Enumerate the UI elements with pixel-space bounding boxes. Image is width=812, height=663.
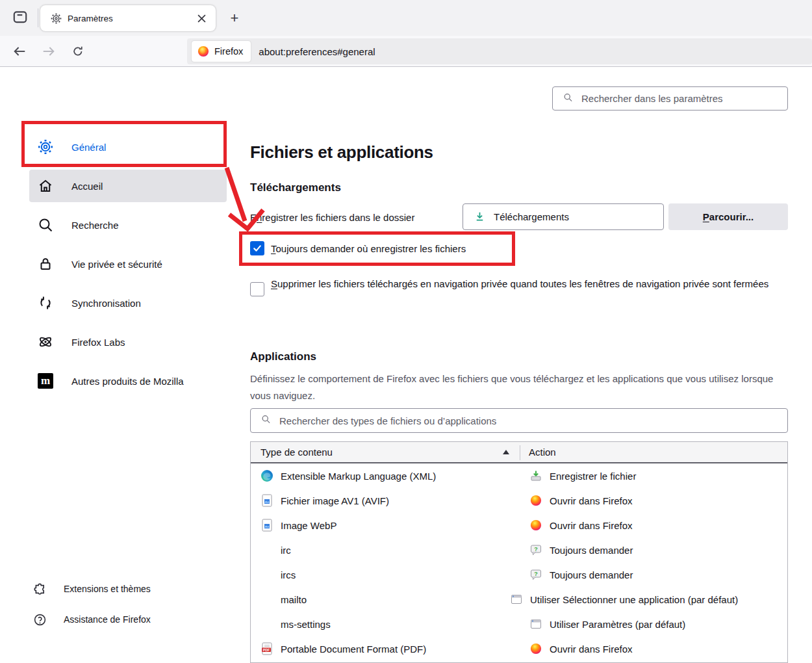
sidebar-item-assistance[interactable]: Assistance de Firefox [32, 608, 151, 630]
sidebar-item-label: Vie privée et sécurité [71, 259, 162, 270]
sidebar-item-label: Recherche [71, 220, 119, 231]
table-row[interactable]: PDF Portable Document Format (PDF) Ouvri… [251, 636, 787, 661]
action-label: Toujours demander [550, 569, 633, 580]
delete-private-checkbox[interactable] [250, 282, 264, 296]
sidebar-item-label: Autres produits de Mozilla [71, 376, 184, 387]
browse-button[interactable]: Parcourir... [668, 203, 788, 230]
content-type-label: mailto [281, 594, 307, 605]
action-label: Ouvrir dans Firefox [550, 495, 633, 506]
puzzle-icon [32, 582, 47, 596]
action-dropdown[interactable]: Ouvrir dans Firefox [530, 636, 633, 661]
atom-icon [38, 334, 53, 350]
image-file-icon [260, 494, 273, 507]
applications-description: Définissez le comportement de Firefox av… [250, 370, 793, 404]
help-icon [32, 612, 47, 627]
application-window-icon [530, 618, 542, 630]
sidebar-item-vie-privee[interactable]: Vie privée et sécurité [29, 248, 227, 280]
action-label: Ouvrir dans Firefox [550, 644, 633, 655]
save-files-label: Enregistrer les fichiers dans le dossier [250, 212, 414, 223]
firefox-logo-icon [197, 46, 209, 57]
action-label: Toujours demander [550, 545, 633, 556]
site-chip-label: Firefox [214, 46, 243, 57]
table-row[interactable]: Image WebP Ouvrir dans Firefox [251, 513, 787, 538]
search-icon [563, 92, 573, 105]
action-dropdown[interactable]: Ouvrir dans Firefox [530, 488, 633, 513]
applications-search-field [250, 408, 788, 433]
back-button[interactable] [9, 42, 30, 61]
sidebar-item-synchronisation[interactable]: Synchronisation [29, 287, 227, 319]
action-dropdown[interactable]: Utiliser Paramètres (par défaut) [530, 612, 685, 636]
sidebar-item-accueil[interactable]: Accueil [29, 170, 227, 202]
firefox-view-button[interactable] [8, 8, 32, 28]
search-icon [261, 415, 271, 427]
delete-private-label[interactable]: Supprimer les fichiers téléchargés en na… [271, 276, 791, 292]
always-ask-label[interactable]: Toujours demander où enregistrer les fic… [271, 243, 466, 254]
action-dropdown[interactable]: ? Toujours demander [530, 562, 633, 587]
svg-text:?: ? [534, 571, 538, 577]
pdf-file-icon: PDF [260, 642, 273, 655]
column-divider [520, 445, 520, 460]
url-text: about:preferences#general [259, 46, 375, 57]
action-dropdown[interactable]: Ouvrir dans Firefox [530, 513, 633, 538]
sidebar-item-label: Accueil [71, 181, 103, 192]
table-row[interactable]: Extensible Markup Language (XML) Enregis… [251, 463, 787, 488]
content-type-label: Image WebP [281, 520, 336, 531]
action-label: Enregistrer le fichier [550, 471, 636, 482]
sidebar-item-recherche[interactable]: Recherche [29, 209, 227, 241]
svg-text:?: ? [534, 546, 538, 552]
applications-search-input[interactable] [251, 409, 787, 432]
firefox-icon [530, 495, 542, 506]
action-dropdown[interactable]: Enregistrer le fichier [530, 463, 636, 488]
settings-search-input[interactable] [553, 87, 787, 110]
table-header: Type de contenu Action [251, 442, 787, 463]
column-header-action[interactable]: Action [529, 447, 556, 458]
tab-parametres[interactable]: Paramètres [40, 5, 216, 31]
download-icon [474, 211, 486, 223]
always-ask-checkbox[interactable] [250, 241, 264, 255]
firefox-icon [530, 519, 542, 531]
gear-icon [38, 139, 53, 155]
table-row[interactable]: irc ? Toujours demander [251, 538, 787, 562]
downloads-heading: Téléchargements [250, 181, 341, 194]
tab-bar: Paramètres + [0, 0, 812, 36]
content-type-label: ircs [281, 569, 296, 580]
action-dropdown[interactable]: Utiliser Sélectionner une application (p… [511, 587, 738, 612]
sidebar-item-general[interactable]: Général [29, 131, 227, 163]
firefox-icon [530, 643, 542, 655]
action-dropdown[interactable]: ? Toujours demander [530, 538, 633, 562]
tab-title: Paramètres [68, 14, 194, 23]
sidebar-footer-label: Extensions et thèmes [64, 584, 151, 594]
sidebar-item-label: Firefox Labs [71, 337, 125, 348]
plus-icon: + [231, 10, 239, 27]
sidebar-item-firefox-labs[interactable]: Firefox Labs [29, 326, 227, 358]
forward-button[interactable] [38, 42, 59, 61]
new-tab-button[interactable]: + [225, 8, 244, 28]
content-type-label: Extensible Markup Language (XML) [281, 471, 436, 482]
firefox-view-icon [12, 8, 29, 28]
content-type-label: Fichier image AV1 (AVIF) [281, 495, 389, 506]
applications-table: Type de contenu Action Extensible Markup… [250, 441, 788, 663]
url-bar[interactable]: Firefox about:preferences#general [187, 38, 812, 64]
tab-close-button[interactable] [194, 10, 209, 26]
reload-button[interactable] [68, 42, 88, 61]
settings-gear-icon [51, 13, 62, 24]
column-header-type[interactable]: Type de contenu [260, 447, 333, 458]
site-identity-chip[interactable]: Firefox [192, 41, 251, 62]
sidebar-item-label: Général [71, 142, 106, 153]
navigation-toolbar: Firefox about:preferences#general [0, 36, 812, 67]
home-icon [38, 178, 53, 194]
content-type-label: ms-settings [281, 619, 331, 630]
image-file-icon [260, 519, 273, 532]
save-file-icon [530, 470, 542, 482]
sidebar-item-autres-produits[interactable]: m Autres produits de Mozilla [29, 365, 227, 397]
sidebar-item-extensions[interactable]: Extensions et thèmes [32, 578, 151, 600]
table-row[interactable]: ms-settings Utiliser Paramètres (par déf… [251, 612, 787, 636]
table-row[interactable]: Fichier image AV1 (AVIF) Ouvrir dans Fir… [251, 488, 787, 513]
table-row[interactable]: mailto Utiliser Sélectionner une applica… [251, 587, 787, 612]
download-folder-field[interactable]: Téléchargements [463, 203, 664, 230]
sidebar-item-label: Synchronisation [71, 298, 141, 309]
sort-ascending-icon [503, 450, 509, 454]
settings-search-field [552, 86, 788, 110]
table-row[interactable]: ircs ? Toujours demander [251, 562, 787, 587]
action-label: Utiliser Sélectionner une application (p… [530, 594, 738, 605]
